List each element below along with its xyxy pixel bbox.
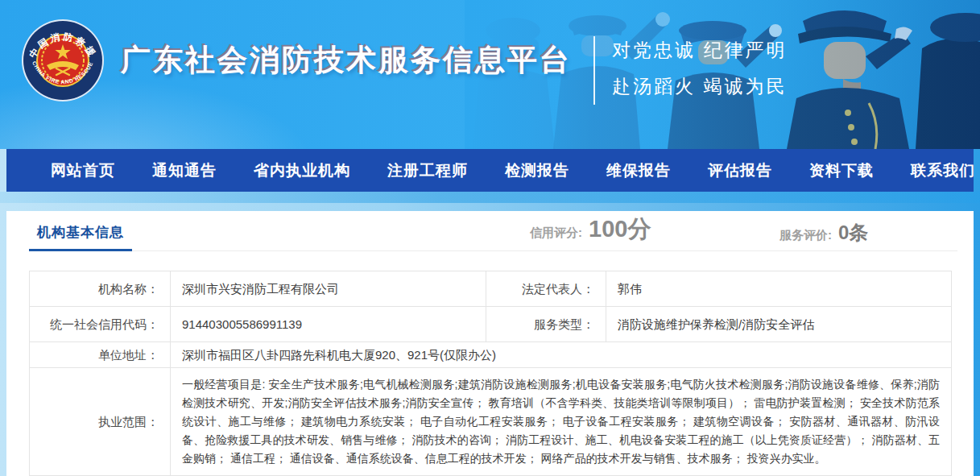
table-row: 单位地址： 深圳市福田区八卦四路先科机电大厦920、921号(仅限办公) [30,342,952,368]
service-rating-label: 服务评价: [779,228,832,243]
slogan: 对党忠诚 纪律严明 赴汤蹈火 竭诚为民 [612,32,787,105]
service-rating: 服务评价: 0条 [779,220,868,246]
slogan-line-1: 对党忠诚 纪律严明 [612,32,787,68]
slogan-line-2: 赴汤蹈火 竭诚为民 [612,68,787,105]
section-header: 机构基本信息 信用评分: 100分 服务评价: 0条 [29,211,957,251]
nav-item-downloads[interactable]: 资料下载 [809,160,874,181]
org-name-value: 深圳市兴安消防工程有限公司 [171,271,486,307]
scope-value: 一般经营项目是: 安全生产技术服务;电气机械检测服务;建筑消防设施检测服务;机电… [171,368,952,476]
nav-item-registered-engineers[interactable]: 注册工程师 [387,160,468,181]
table-row: 统一社会信用代码： 914403005586991139 服务类型： 消防设施维… [30,307,952,342]
nav-bottom-band [0,192,980,203]
address-value: 深圳市福田区八卦四路先科机电大厦920、921号(仅限办公) [171,342,952,368]
china-fire-rescue-logo-icon: 中国消防救援 CHINA FIRE AND RESCUE [21,19,105,102]
nav-item-provincial-agencies[interactable]: 省内执业机构 [254,160,350,181]
credit-score: 信用评分: 100分 [530,213,651,246]
address-label: 单位地址： [30,342,171,368]
nav-item-home[interactable]: 网站首页 [51,160,115,181]
slogan-divider [593,36,595,105]
content-panel: 机构基本信息 信用评分: 100分 服务评价: 0条 机构名称： 深圳市兴安消防… [6,211,974,476]
org-info-table: 机构名称： 深圳市兴安消防工程有限公司 法定代表人： 郭伟 统一社会信用代码： … [29,271,952,476]
tab-org-basic-info[interactable]: 机构基本信息 [29,213,132,251]
org-name-label: 机构名称： [30,271,171,307]
nav-item-assessment-reports[interactable]: 评估报告 [708,160,772,181]
site-header: 中国消防救援 CHINA FIRE AND RESCUE 广东社会消防技术服务信… [0,0,980,149]
credit-code-value: 914403005586991139 [171,307,486,342]
nav-item-contact[interactable]: 联系我们 [911,160,975,181]
table-row: 执业范围： 一般经营项目是: 安全生产技术服务;电气机械检测服务;建筑消防设施检… [30,368,952,476]
legal-rep-value: 郭伟 [606,271,952,307]
nav-item-maintenance-reports[interactable]: 维保报告 [606,160,671,181]
main-nav: 网站首页 通知通告 省内执业机构 注册工程师 检测报告 维保报告 评估报告 资料… [6,149,974,192]
page-title: 广东社会消防技术服务信息平台 [121,40,572,81]
table-row: 机构名称： 深圳市兴安消防工程有限公司 法定代表人： 郭伟 [30,271,952,307]
credit-score-label: 信用评分: [530,226,582,241]
legal-rep-label: 法定代表人： [486,271,606,307]
service-rating-value: 0条 [838,220,868,246]
nav-item-inspection-reports[interactable]: 检测报告 [505,160,569,181]
scope-label: 执业范围： [30,368,171,476]
nav-item-notices[interactable]: 通知通告 [152,160,217,181]
credit-code-label: 统一社会信用代码： [30,307,171,342]
service-type-value: 消防设施维护保养检测/消防安全评估 [606,307,952,342]
credit-score-value: 100分 [589,213,651,246]
service-type-label: 服务类型： [486,307,606,342]
